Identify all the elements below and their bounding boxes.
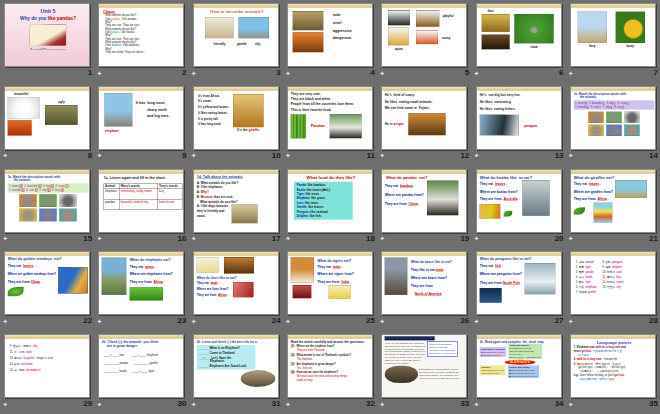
animation-star-icon[interactable]: ✦ — [379, 235, 385, 242]
slide-cell-4[interactable]: rudecruelaggressivedangerous✦4 — [283, 0, 377, 83]
slide-cell-29[interactable]: 9. 羞怯的，腼腆的 shy11. 救；救助 save13. 健忘的 forge… — [0, 331, 94, 414]
slide-cell-28[interactable]: 1. 动物 animal2. 老虎 tiger3. 熊猫 panda4. 考拉 … — [566, 248, 660, 331]
slide-cell-13[interactable]: He’s not big but very fun.He likes swimm… — [471, 83, 565, 166]
slide-cell-33[interactable]: Hello. We are students from Thailand,and… — [377, 331, 471, 414]
animation-star-icon[interactable]: ✦ — [474, 152, 480, 159]
animation-star-icon[interactable]: ✦ — [474, 318, 480, 325]
slide-thumbnail[interactable]: What do bears like to eat?They like to e… — [381, 251, 467, 315]
slide-cell-2[interactable]: Chant:What animals do you like?I like pa… — [94, 0, 188, 83]
slide-thumbnail[interactable]: 2c. Read again and complete the mind map… — [476, 334, 562, 398]
slide-thumbnail[interactable]: 2a. Check (√) the animals you thinkare i… — [98, 334, 184, 398]
animation-star-icon[interactable]: ✦ — [379, 401, 385, 408]
slide-thumbnail[interactable]: What do golden monkeys eat?They eat leav… — [4, 251, 90, 315]
animation-star-icon[interactable]: ✦ — [2, 401, 8, 408]
slide-cell-20[interactable]: What do koalas like to eat?They eat leav… — [471, 166, 565, 249]
animation-star-icon[interactable]: ✦ — [96, 318, 102, 325]
slide-cell-12[interactable]: He’s kind of scary.He likes eating small… — [377, 83, 471, 166]
slide-thumbnail[interactable]: What do tigers eat?They eat meat .Where … — [287, 251, 373, 315]
animation-star-icon[interactable]: ✦ — [285, 318, 291, 325]
animation-star-icon[interactable]: ✦ — [568, 318, 574, 325]
slide-cell-17[interactable]: 1d. Talk about the animals.A: What anima… — [189, 166, 283, 249]
slide-cell-15[interactable]: 1a. Match the description words withthe … — [0, 166, 94, 249]
slide-thumbnail[interactable]: 2b. Listen and check (√) the best title … — [193, 334, 279, 398]
animation-star-icon[interactable]: ✦ — [379, 152, 385, 159]
slide-cell-16[interactable]: 1c. Listen again and fill in the chart.A… — [94, 166, 188, 249]
animation-star-icon[interactable]: ✦ — [191, 152, 197, 159]
animation-star-icon[interactable]: ✦ — [285, 235, 291, 242]
slide-thumbnail[interactable]: What food do they like?Panda: like bambo… — [287, 169, 373, 233]
slide-thumbnail[interactable]: Unit 5Why do you like pandas?第一PPT模板网-WW… — [4, 3, 90, 67]
slide-cell-26[interactable]: What do bears like to eat?They like to e… — [377, 248, 471, 331]
slide-cell-6[interactable]: fastslow✦6 — [471, 0, 565, 83]
slide-cell-18[interactable]: What food do they like?Panda: like bambo… — [283, 166, 377, 249]
slide-cell-8[interactable]: beautifulugly✦8 — [0, 83, 94, 166]
slide-thumbnail[interactable]: What do lions like to eat?They eat meat … — [193, 251, 279, 315]
animation-star-icon[interactable]: ✦ — [474, 235, 480, 242]
animation-star-icon[interactable]: ✦ — [568, 152, 574, 159]
slide-thumbnail[interactable]: 1c. Listen again and fill in the chart.A… — [98, 169, 184, 233]
slide-cell-10[interactable]: It’s from Africa.It’s smart.It’s yellow … — [189, 83, 283, 166]
slide-thumbnail[interactable]: Read the article carefully and answer th… — [287, 334, 373, 398]
slide-thumbnail[interactable]: He’s not big but very fun.He likes swimm… — [476, 86, 562, 150]
animation-star-icon[interactable]: ✦ — [379, 318, 385, 325]
slide-cell-9[interactable]: It has long nose,sharp teethand big ears… — [94, 83, 188, 166]
slide-cell-1[interactable]: Unit 5Why do you like pandas?第一PPT模板网-WW… — [0, 0, 94, 83]
slide-thumbnail[interactable]: 1a. Match the description words withthe … — [570, 86, 656, 150]
slide-thumbnail[interactable]: What do pandas eat?They eat bamboo .Wher… — [381, 169, 467, 233]
slide-cell-19[interactable]: What do pandas eat?They eat bamboo .Wher… — [377, 166, 471, 249]
animation-star-icon[interactable]: ✦ — [96, 70, 102, 77]
slide-thumbnail[interactable]: 1. 动物 animal2. 老虎 tiger3. 熊猫 panda4. 考拉 … — [570, 251, 656, 315]
slide-cell-30[interactable]: 2a. Check (√) the animals you thinkare i… — [94, 331, 188, 414]
slide-thumbnail[interactable]: 1d. Talk about the animals.A: What anima… — [193, 169, 279, 233]
slide-cell-34[interactable]: 2c. Read again and complete the mind map… — [471, 331, 565, 414]
slide-thumbnail[interactable]: 9. 羞怯的，腼腆的 shy11. 救；救助 save13. 健忘的 forge… — [4, 334, 90, 398]
slide-cell-5[interactable]: quietplayfulnoisy✦5 — [377, 0, 471, 83]
animation-star-icon[interactable]: ✦ — [2, 152, 8, 159]
slide-thumbnail[interactable]: It has long nose,sharp teethand big ears… — [98, 86, 184, 150]
slide-cell-3[interactable]: How to describe animals?friendlygentlesh… — [189, 0, 283, 83]
slide-thumbnail[interactable]: Hello. We are students from Thailand,and… — [381, 334, 467, 398]
slide-thumbnail[interactable]: 1a. Match the description words withthe … — [4, 169, 90, 233]
slide-thumbnail[interactable]: What do giraffes eat?They eat leaves .Wh… — [570, 169, 656, 233]
animation-star-icon[interactable]: ✦ — [191, 318, 197, 325]
slide-cell-7[interactable]: lazybusy✦7 — [566, 0, 660, 83]
slide-thumbnail[interactable]: lazybusy — [570, 3, 656, 67]
slide-thumbnail[interactable]: Chant:What animals do you like?I like pa… — [98, 3, 184, 67]
animation-star-icon[interactable]: ✦ — [474, 401, 480, 408]
slide-thumbnail[interactable]: It’s from Africa.It’s smart.It’s yellow … — [193, 86, 279, 150]
slide-thumbnail[interactable]: What do penguins like to eat?They eat fi… — [476, 251, 562, 315]
slide-thumbnail[interactable]: beautifulugly — [4, 86, 90, 150]
slide-thumbnail[interactable]: How to describe animals?friendlygentlesh… — [193, 3, 279, 67]
slide-cell-21[interactable]: What do giraffes eat?They eat leaves .Wh… — [566, 166, 660, 249]
animation-star-icon[interactable]: ✦ — [191, 70, 197, 77]
animation-star-icon[interactable]: ✦ — [379, 70, 385, 77]
animation-star-icon[interactable]: ✦ — [191, 235, 197, 242]
slide-thumbnail[interactable]: What do elephants eat?They eat grass .Wh… — [98, 251, 184, 315]
animation-star-icon[interactable]: ✦ — [474, 70, 480, 77]
slide-cell-27[interactable]: What do penguins like to eat?They eat fi… — [471, 248, 565, 331]
slide-cell-22[interactable]: What do golden monkeys eat?They eat leav… — [0, 248, 94, 331]
slide-cell-31[interactable]: 2b. Listen and check (√) the best title … — [189, 331, 283, 414]
slide-thumbnail[interactable]: What do koalas like to eat?They eat leav… — [476, 169, 562, 233]
animation-star-icon[interactable]: ✦ — [285, 70, 291, 77]
slide-thumbnail[interactable]: He’s kind of scary.He likes eating small… — [381, 86, 467, 150]
animation-star-icon[interactable]: ✦ — [191, 401, 197, 408]
animation-star-icon[interactable]: ✦ — [2, 318, 8, 325]
animation-star-icon[interactable]: ✦ — [568, 401, 574, 408]
slide-thumbnail[interactable]: rudecruelaggressivedangerous — [287, 3, 373, 67]
animation-star-icon[interactable]: ✦ — [96, 235, 102, 242]
slide-cell-32[interactable]: Read the article carefully and answer th… — [283, 331, 377, 414]
slide-cell-23[interactable]: What do elephants eat?They eat grass .Wh… — [94, 248, 188, 331]
animation-star-icon[interactable]: ✦ — [568, 70, 574, 77]
animation-star-icon[interactable]: ✦ — [96, 401, 102, 408]
slide-thumbnail[interactable]: fastslow — [476, 3, 562, 67]
slide-cell-25[interactable]: What do tigers eat?They eat meat .Where … — [283, 248, 377, 331]
slide-cell-35[interactable]: Language points1. Elephants can walk for… — [566, 331, 660, 414]
slide-thumbnail[interactable]: quietplayfulnoisy — [381, 3, 467, 67]
animation-star-icon[interactable]: ✦ — [568, 235, 574, 242]
slide-thumbnail[interactable]: They are very cute.They are black and wh… — [287, 86, 373, 150]
slide-cell-24[interactable]: What do lions like to eat?They eat meat … — [189, 248, 283, 331]
animation-star-icon[interactable]: ✦ — [96, 152, 102, 159]
slide-cell-11[interactable]: They are very cute.They are black and wh… — [283, 83, 377, 166]
slide-thumbnail[interactable]: Language points1. Elephants can walk for… — [570, 334, 656, 398]
